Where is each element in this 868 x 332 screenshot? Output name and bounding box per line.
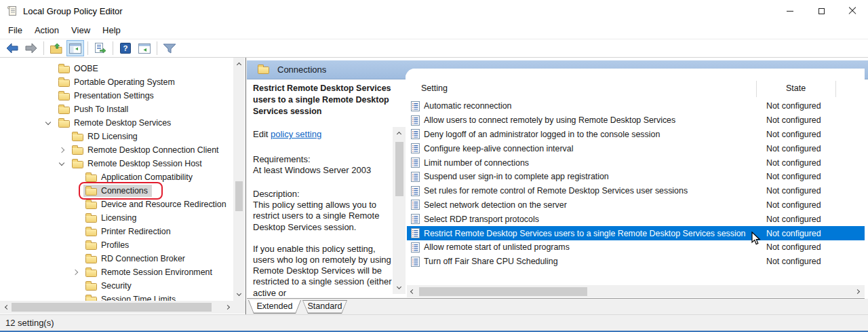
scroll-right-arrow[interactable] — [224, 301, 233, 314]
tree-item-portable-operating-system[interactable]: Portable Operating System — [0, 75, 233, 89]
tree-item-label: RD Connection Broker — [101, 254, 185, 263]
tree-item-body[interactable]: Remote Session Environment — [83, 266, 216, 278]
column-divider[interactable] — [756, 81, 757, 97]
tree-item-body[interactable]: Session Time Limits — [83, 293, 180, 301]
tab-standard[interactable]: Standard — [302, 300, 347, 314]
tree-item-connections[interactable]: Connections — [0, 184, 233, 198]
show-console-tree-button[interactable] — [66, 40, 84, 56]
tree-item-body[interactable]: Security — [83, 280, 136, 292]
back-button[interactable] — [3, 40, 21, 56]
tree-item-application-compatibility[interactable]: Application Compatibility — [0, 170, 233, 184]
column-header-setting[interactable]: Setting — [421, 84, 448, 93]
tree-vertical-scrollbar[interactable] — [233, 58, 245, 301]
chevron-expanded-icon[interactable] — [59, 160, 64, 166]
setting-row-allow-users-to-connect-remotely-by-using-remote-[interactable]: Allow users to connect remotely by using… — [406, 113, 865, 128]
chevron-expanded-icon[interactable] — [45, 119, 51, 125]
tree-item-body[interactable]: Remote Desktop Services — [56, 117, 175, 129]
tree-scrollbar-thumb[interactable] — [235, 181, 243, 211]
tree-item-body[interactable]: Push To Install — [56, 103, 132, 115]
tree-item-body[interactable]: Remote Desktop Session Host — [70, 158, 206, 170]
help-icon: ? — [120, 43, 131, 54]
tree-item-remote-desktop-connection-client[interactable]: Remote Desktop Connection Client — [0, 143, 233, 157]
column-header-state[interactable]: State — [756, 84, 835, 93]
tree-item-body[interactable]: Portable Operating System — [56, 76, 179, 88]
main-area: OOBEPortable Operating SystemPresentatio… — [0, 58, 868, 314]
scroll-left-arrow[interactable] — [1, 301, 11, 314]
setting-row-set-rules-for-remote-control-of-remote-desktop-s[interactable]: Set rules for remote control of Remote D… — [406, 184, 865, 198]
setting-row-configure-keep-alive-connection-interval[interactable]: Configure keep-alive connection interval… — [406, 141, 865, 155]
tree-h-scrollbar-thumb[interactable] — [12, 303, 212, 312]
setting-state: Not configured — [766, 158, 854, 168]
tree-horizontal-scrollbar[interactable] — [0, 301, 245, 314]
tree-item-body[interactable]: Profiles — [83, 239, 133, 251]
scroll-up-arrow[interactable] — [233, 59, 245, 69]
setting-name: Deny logoff of an administrator logged i… — [424, 130, 766, 139]
scroll-left-arrow[interactable] — [406, 285, 416, 297]
close-button[interactable] — [837, 0, 868, 22]
tree-item-body[interactable]: Licensing — [83, 212, 140, 224]
show-properties-button[interactable] — [136, 40, 153, 56]
tree-item-body[interactable]: Remote Desktop Connection Client — [70, 144, 223, 156]
menu-item-file[interactable]: File — [2, 22, 28, 38]
setting-row-limit-number-of-connections[interactable]: Limit number of connectionsNot configure… — [406, 155, 865, 170]
forward-button[interactable] — [22, 40, 40, 56]
tree-item-oobe[interactable]: OOBE — [0, 62, 233, 75]
tree-item-security[interactable]: Security — [0, 279, 233, 293]
menu-item-view[interactable]: View — [65, 22, 96, 38]
scroll-up-arrow[interactable] — [393, 128, 406, 138]
tree-item-remote-desktop-services[interactable]: Remote Desktop Services — [0, 116, 233, 130]
menu-item-help[interactable]: Help — [96, 22, 127, 38]
tree-item-remote-session-environment[interactable]: Remote Session Environment — [0, 265, 233, 279]
export-list-button[interactable] — [92, 40, 109, 56]
tree-item-label: Security — [101, 281, 132, 291]
list-scrollbar-thumb[interactable] — [419, 287, 587, 296]
tree-item-profiles[interactable]: Profiles — [0, 238, 233, 252]
tree-item-rd-connection-broker[interactable]: RD Connection Broker — [0, 252, 233, 265]
tree-item-push-to-install[interactable]: Push To Install — [0, 103, 233, 116]
tree-item-rd-licensing[interactable]: RD Licensing — [0, 130, 233, 143]
up-one-level-button[interactable] — [47, 40, 65, 56]
folder-icon — [85, 188, 97, 196]
tree-item-body[interactable]: Presentation Settings — [56, 90, 158, 102]
setting-row-suspend-user-sign-in-to-complete-app-registratio[interactable]: Suspend user sign-in to complete app reg… — [406, 170, 865, 184]
tree-item-body[interactable]: RD Licensing — [70, 130, 142, 143]
setting-row-turn-off-fair-share-cpu-scheduling[interactable]: Turn off Fair Share CPU SchedulingNot co… — [406, 255, 865, 269]
tree-item-device-and-resource-redirection[interactable]: Device and Resource Redirection — [0, 198, 233, 211]
setting-row-select-rdp-transport-protocols[interactable]: Select RDP transport protocolsNot config… — [406, 212, 865, 226]
description-vertical-scrollbar[interactable] — [393, 127, 406, 294]
scroll-down-arrow[interactable] — [393, 283, 406, 293]
tree-item-licensing[interactable]: Licensing — [0, 211, 233, 225]
description-scrollbar-thumb[interactable] — [395, 142, 403, 196]
list-horizontal-scrollbar[interactable] — [406, 285, 865, 297]
tree-item-printer-redirection[interactable]: Printer Redirection — [0, 225, 233, 238]
tree-item-body[interactable]: Connections — [83, 185, 152, 197]
help-button[interactable]: ? — [117, 40, 134, 56]
tab-extended[interactable]: Extended — [248, 300, 301, 314]
maximize-button[interactable] — [806, 0, 837, 22]
setting-row-automatic-reconnection[interactable]: Automatic reconnectionNot configured — [406, 99, 865, 113]
tree-item-body[interactable]: Application Compatibility — [83, 171, 197, 183]
setting-row-allow-remote-start-of-unlisted-programs[interactable]: Allow remote start of unlisted programsN… — [406, 240, 865, 255]
scroll-right-arrow[interactable] — [853, 285, 863, 297]
policy-setting-link[interactable]: policy setting — [271, 129, 321, 139]
tree-item-remote-desktop-session-host[interactable]: Remote Desktop Session Host — [0, 157, 233, 170]
tree-item-presentation-settings[interactable]: Presentation Settings — [0, 89, 233, 103]
tree-item-label: Profiles — [101, 240, 129, 250]
tree-item-body[interactable]: Device and Resource Redirection — [83, 198, 231, 210]
description-block: Description: This policy setting allows … — [253, 189, 393, 298]
filter-button[interactable] — [161, 40, 178, 56]
setting-row-deny-logoff-of-an-administrator-logged-in-to-the[interactable]: Deny logoff of an administrator logged i… — [406, 128, 865, 142]
setting-row-restrict-remote-desktop-services-users-to-a-sing[interactable]: Restrict Remote Desktop Services users t… — [406, 226, 865, 240]
tree-item-session-time-limits[interactable]: Session Time Limits — [0, 293, 233, 301]
policy-setting-icon — [411, 115, 420, 126]
scroll-down-arrow[interactable] — [233, 290, 245, 299]
menu-item-action[interactable]: Action — [28, 22, 65, 38]
setting-row-select-network-detection-on-the-server[interactable]: Select network detection on the serverNo… — [406, 198, 865, 213]
tree-item-body[interactable]: Printer Redirection — [83, 225, 175, 238]
chevron-collapsed-icon[interactable] — [73, 270, 78, 275]
tree-item-body[interactable]: OOBE — [56, 62, 102, 75]
chevron-collapsed-icon[interactable] — [59, 147, 64, 153]
column-divider[interactable] — [835, 81, 836, 97]
tree-item-body[interactable]: RD Connection Broker — [83, 253, 189, 265]
minimize-button[interactable] — [774, 0, 806, 22]
